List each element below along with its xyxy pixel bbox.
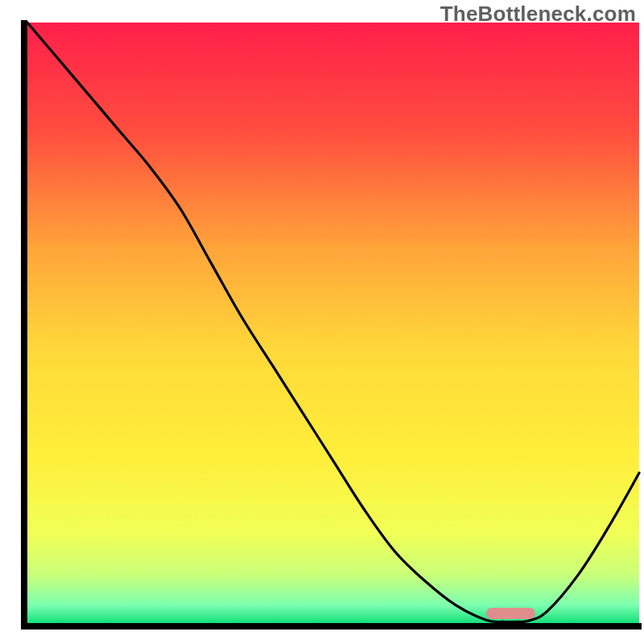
svg-rect-0 — [486, 608, 535, 619]
plot-gradient-background — [27, 23, 639, 623]
svg-rect-2 — [21, 623, 642, 630]
optimal-zone-marker — [486, 608, 535, 619]
bottleneck-chart — [0, 0, 644, 644]
chart-frame: TheBottleneck.com — [0, 0, 644, 644]
watermark-text: TheBottleneck.com — [440, 2, 636, 27]
svg-rect-1 — [21, 20, 27, 630]
